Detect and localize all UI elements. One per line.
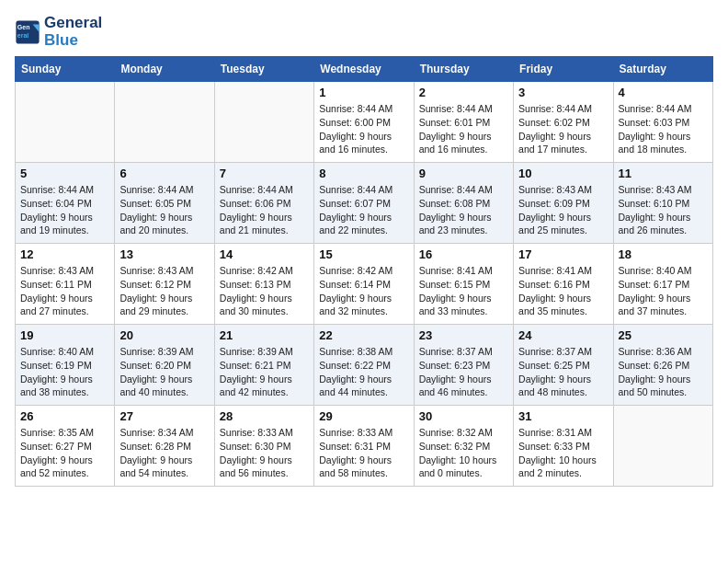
day-info: Sunrise: 8:43 AMSunset: 6:10 PMDaylight:… — [619, 183, 708, 237]
day-info: Sunrise: 8:43 AMSunset: 6:09 PMDaylight:… — [518, 183, 608, 237]
logo-text: General Blue — [44, 15, 102, 49]
day-number: 14 — [220, 247, 309, 261]
calendar-cell: 11Sunrise: 8:43 AMSunset: 6:10 PMDayligh… — [613, 163, 712, 244]
weekday-header: Saturday — [613, 57, 712, 82]
calendar-cell: 2Sunrise: 8:44 AMSunset: 6:01 PMDaylight… — [414, 82, 513, 163]
day-number: 22 — [319, 328, 408, 342]
day-number: 12 — [20, 247, 109, 261]
day-number: 21 — [220, 328, 309, 342]
day-info: Sunrise: 8:44 AMSunset: 6:00 PMDaylight:… — [319, 102, 408, 156]
calendar-cell: 20Sunrise: 8:39 AMSunset: 6:20 PMDayligh… — [115, 325, 214, 406]
weekday-header: Tuesday — [214, 57, 313, 82]
calendar-cell: 16Sunrise: 8:41 AMSunset: 6:15 PMDayligh… — [414, 244, 513, 325]
calendar-cell — [115, 82, 214, 163]
svg-text:eral: eral — [17, 31, 29, 38]
calendar-cell: 21Sunrise: 8:39 AMSunset: 6:21 PMDayligh… — [214, 325, 313, 406]
calendar-cell: 18Sunrise: 8:40 AMSunset: 6:17 PMDayligh… — [613, 244, 712, 325]
calendar-cell: 24Sunrise: 8:37 AMSunset: 6:25 PMDayligh… — [514, 325, 613, 406]
day-number: 30 — [419, 409, 508, 423]
day-info: Sunrise: 8:42 AMSunset: 6:14 PMDaylight:… — [319, 264, 408, 318]
day-number: 4 — [619, 86, 708, 99]
day-info: Sunrise: 8:39 AMSunset: 6:21 PMDaylight:… — [220, 345, 309, 399]
day-info: Sunrise: 8:37 AMSunset: 6:25 PMDaylight:… — [518, 345, 608, 399]
day-info: Sunrise: 8:44 AMSunset: 6:08 PMDaylight:… — [419, 183, 508, 237]
calendar-cell: 28Sunrise: 8:33 AMSunset: 6:30 PMDayligh… — [214, 406, 313, 487]
day-number: 6 — [119, 167, 209, 180]
day-info: Sunrise: 8:44 AMSunset: 6:03 PMDaylight:… — [619, 102, 708, 156]
calendar-cell — [16, 82, 115, 163]
calendar-header-row: SundayMondayTuesdayWednesdayThursdayFrid… — [16, 57, 713, 82]
day-number: 16 — [419, 247, 508, 261]
day-number: 20 — [119, 328, 209, 342]
day-number: 13 — [119, 247, 209, 261]
calendar-table: SundayMondayTuesdayWednesdayThursdayFrid… — [15, 56, 713, 487]
calendar-cell: 8Sunrise: 8:44 AMSunset: 6:07 PMDaylight… — [314, 163, 414, 244]
calendar-cell: 25Sunrise: 8:36 AMSunset: 6:26 PMDayligh… — [613, 325, 712, 406]
day-info: Sunrise: 8:33 AMSunset: 6:31 PMDaylight:… — [319, 426, 408, 480]
day-info: Sunrise: 8:32 AMSunset: 6:32 PMDaylight:… — [419, 426, 508, 480]
day-number: 26 — [20, 409, 109, 423]
svg-text:Gen: Gen — [17, 24, 30, 30]
day-number: 23 — [419, 328, 508, 342]
calendar-week-row: 19Sunrise: 8:40 AMSunset: 6:19 PMDayligh… — [16, 325, 713, 406]
weekday-header: Wednesday — [314, 57, 414, 82]
weekday-header: Monday — [115, 57, 214, 82]
day-info: Sunrise: 8:44 AMSunset: 6:04 PMDaylight:… — [20, 183, 109, 237]
calendar-cell: 3Sunrise: 8:44 AMSunset: 6:02 PMDaylight… — [514, 82, 613, 163]
calendar-cell: 4Sunrise: 8:44 AMSunset: 6:03 PMDaylight… — [613, 82, 712, 163]
day-info: Sunrise: 8:39 AMSunset: 6:20 PMDaylight:… — [119, 345, 209, 399]
calendar-cell: 14Sunrise: 8:42 AMSunset: 6:13 PMDayligh… — [214, 244, 313, 325]
day-info: Sunrise: 8:41 AMSunset: 6:15 PMDaylight:… — [419, 264, 508, 318]
day-number: 11 — [619, 167, 708, 180]
calendar-cell: 17Sunrise: 8:41 AMSunset: 6:16 PMDayligh… — [514, 244, 613, 325]
calendar-cell: 15Sunrise: 8:42 AMSunset: 6:14 PMDayligh… — [314, 244, 414, 325]
day-info: Sunrise: 8:38 AMSunset: 6:22 PMDaylight:… — [319, 345, 408, 399]
calendar-cell: 19Sunrise: 8:40 AMSunset: 6:19 PMDayligh… — [16, 325, 115, 406]
calendar-cell: 5Sunrise: 8:44 AMSunset: 6:04 PMDaylight… — [16, 163, 115, 244]
day-info: Sunrise: 8:35 AMSunset: 6:27 PMDaylight:… — [20, 426, 109, 480]
day-number: 10 — [518, 167, 608, 180]
day-info: Sunrise: 8:37 AMSunset: 6:23 PMDaylight:… — [419, 345, 508, 399]
day-number: 2 — [419, 86, 508, 99]
calendar-cell: 29Sunrise: 8:33 AMSunset: 6:31 PMDayligh… — [314, 406, 414, 487]
day-info: Sunrise: 8:33 AMSunset: 6:30 PMDaylight:… — [220, 426, 309, 480]
day-info: Sunrise: 8:44 AMSunset: 6:01 PMDaylight:… — [419, 102, 508, 156]
day-number: 19 — [20, 328, 109, 342]
day-number: 31 — [518, 409, 608, 423]
day-number: 5 — [20, 167, 109, 180]
day-number: 7 — [220, 167, 309, 180]
page-header: Gen eral General Blue — [15, 15, 713, 49]
weekday-header: Sunday — [16, 57, 115, 82]
calendar-cell: 23Sunrise: 8:37 AMSunset: 6:23 PMDayligh… — [414, 325, 513, 406]
day-info: Sunrise: 8:31 AMSunset: 6:33 PMDaylight:… — [518, 426, 608, 480]
calendar-cell: 10Sunrise: 8:43 AMSunset: 6:09 PMDayligh… — [514, 163, 613, 244]
weekday-header: Thursday — [414, 57, 513, 82]
logo: Gen eral General Blue — [15, 15, 102, 49]
calendar-week-row: 1Sunrise: 8:44 AMSunset: 6:00 PMDaylight… — [16, 82, 713, 163]
day-info: Sunrise: 8:44 AMSunset: 6:06 PMDaylight:… — [220, 183, 309, 237]
day-info: Sunrise: 8:40 AMSunset: 6:17 PMDaylight:… — [619, 264, 708, 318]
calendar-week-row: 12Sunrise: 8:43 AMSunset: 6:11 PMDayligh… — [16, 244, 713, 325]
calendar-cell: 31Sunrise: 8:31 AMSunset: 6:33 PMDayligh… — [514, 406, 613, 487]
calendar-cell: 22Sunrise: 8:38 AMSunset: 6:22 PMDayligh… — [314, 325, 414, 406]
day-info: Sunrise: 8:34 AMSunset: 6:28 PMDaylight:… — [119, 426, 209, 480]
calendar-cell: 27Sunrise: 8:34 AMSunset: 6:28 PMDayligh… — [115, 406, 214, 487]
day-info: Sunrise: 8:44 AMSunset: 6:05 PMDaylight:… — [119, 183, 209, 237]
day-number: 28 — [220, 409, 309, 423]
day-info: Sunrise: 8:44 AMSunset: 6:02 PMDaylight:… — [518, 102, 608, 156]
logo-icon: Gen eral — [15, 19, 40, 45]
day-info: Sunrise: 8:36 AMSunset: 6:26 PMDaylight:… — [619, 345, 708, 399]
day-info: Sunrise: 8:42 AMSunset: 6:13 PMDaylight:… — [220, 264, 309, 318]
calendar-cell — [613, 406, 712, 487]
calendar-cell: 9Sunrise: 8:44 AMSunset: 6:08 PMDaylight… — [414, 163, 513, 244]
day-number: 8 — [319, 167, 408, 180]
calendar-cell: 1Sunrise: 8:44 AMSunset: 6:00 PMDaylight… — [314, 82, 414, 163]
day-info: Sunrise: 8:41 AMSunset: 6:16 PMDaylight:… — [518, 264, 608, 318]
calendar-week-row: 26Sunrise: 8:35 AMSunset: 6:27 PMDayligh… — [16, 406, 713, 487]
day-info: Sunrise: 8:43 AMSunset: 6:12 PMDaylight:… — [119, 264, 209, 318]
day-number: 24 — [518, 328, 608, 342]
calendar-cell: 12Sunrise: 8:43 AMSunset: 6:11 PMDayligh… — [16, 244, 115, 325]
calendar-week-row: 5Sunrise: 8:44 AMSunset: 6:04 PMDaylight… — [16, 163, 713, 244]
calendar-cell: 30Sunrise: 8:32 AMSunset: 6:32 PMDayligh… — [414, 406, 513, 487]
day-number: 9 — [419, 167, 508, 180]
